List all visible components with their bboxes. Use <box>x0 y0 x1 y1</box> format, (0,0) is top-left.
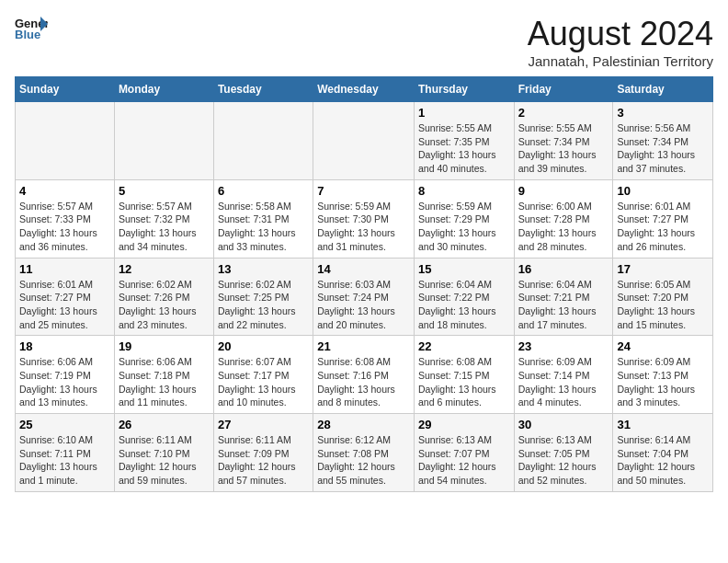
day-number: 21 <box>317 339 410 353</box>
days-header-row: SundayMondayTuesdayWednesdayThursdayFrid… <box>16 77 713 102</box>
day-cell: 7Sunrise: 5:59 AM Sunset: 7:30 PM Daylig… <box>313 179 415 258</box>
day-cell: 9Sunrise: 6:00 AM Sunset: 7:28 PM Daylig… <box>514 179 613 258</box>
day-cell: 22Sunrise: 6:08 AM Sunset: 7:15 PM Dayli… <box>414 336 514 414</box>
day-cell <box>213 102 313 180</box>
day-cell: 3Sunrise: 5:56 AM Sunset: 7:34 PM Daylig… <box>613 102 713 180</box>
subtitle: Jannatah, Palestinian Territory <box>528 53 713 69</box>
week-row-1: 4Sunrise: 5:57 AM Sunset: 7:33 PM Daylig… <box>16 179 713 258</box>
day-cell: 30Sunrise: 6:13 AM Sunset: 7:05 PM Dayli… <box>514 414 613 492</box>
day-number: 20 <box>218 339 309 353</box>
main-title: August 2024 <box>528 15 713 53</box>
day-cell: 27Sunrise: 6:11 AM Sunset: 7:09 PM Dayli… <box>213 414 313 492</box>
day-info: Sunrise: 6:10 AM Sunset: 7:11 PM Dayligh… <box>19 433 110 488</box>
day-number: 15 <box>418 262 510 276</box>
day-cell: 21Sunrise: 6:08 AM Sunset: 7:16 PM Dayli… <box>313 336 415 414</box>
day-info: Sunrise: 6:14 AM Sunset: 7:04 PM Dayligh… <box>617 433 709 488</box>
day-number: 25 <box>19 418 110 431</box>
day-info: Sunrise: 6:06 AM Sunset: 7:18 PM Dayligh… <box>119 355 210 409</box>
day-number: 19 <box>119 339 210 353</box>
day-info: Sunrise: 6:02 AM Sunset: 7:25 PM Dayligh… <box>218 278 309 332</box>
day-number: 7 <box>317 184 410 198</box>
day-info: Sunrise: 6:13 AM Sunset: 7:05 PM Dayligh… <box>518 433 609 488</box>
day-info: Sunrise: 6:01 AM Sunset: 7:27 PM Dayligh… <box>19 278 110 332</box>
day-info: Sunrise: 6:13 AM Sunset: 7:07 PM Dayligh… <box>418 433 510 488</box>
day-header-wednesday: Wednesday <box>313 77 415 102</box>
day-info: Sunrise: 6:08 AM Sunset: 7:15 PM Dayligh… <box>418 355 510 409</box>
day-info: Sunrise: 5:56 AM Sunset: 7:34 PM Dayligh… <box>617 121 709 176</box>
day-cell: 6Sunrise: 5:58 AM Sunset: 7:31 PM Daylig… <box>213 179 313 258</box>
day-number: 13 <box>218 262 309 276</box>
day-info: Sunrise: 5:59 AM Sunset: 7:29 PM Dayligh… <box>418 200 510 254</box>
day-info: Sunrise: 6:02 AM Sunset: 7:26 PM Dayligh… <box>119 278 210 332</box>
day-number: 11 <box>19 262 110 276</box>
day-info: Sunrise: 6:09 AM Sunset: 7:14 PM Dayligh… <box>518 355 609 409</box>
day-info: Sunrise: 5:57 AM Sunset: 7:32 PM Dayligh… <box>119 200 210 254</box>
day-info: Sunrise: 6:06 AM Sunset: 7:19 PM Dayligh… <box>19 355 110 409</box>
day-header-monday: Monday <box>114 77 213 102</box>
day-number: 27 <box>218 418 309 431</box>
day-number: 12 <box>119 262 210 276</box>
day-cell: 17Sunrise: 6:05 AM Sunset: 7:20 PM Dayli… <box>613 258 713 336</box>
day-header-friday: Friday <box>514 77 613 102</box>
week-row-0: 1Sunrise: 5:55 AM Sunset: 7:35 PM Daylig… <box>16 102 713 180</box>
day-cell: 11Sunrise: 6:01 AM Sunset: 7:27 PM Dayli… <box>16 258 115 336</box>
svg-text:Blue: Blue <box>15 28 40 41</box>
day-info: Sunrise: 5:55 AM Sunset: 7:35 PM Dayligh… <box>418 121 510 176</box>
day-info: Sunrise: 6:11 AM Sunset: 7:10 PM Dayligh… <box>119 433 210 488</box>
week-row-2: 11Sunrise: 6:01 AM Sunset: 7:27 PM Dayli… <box>16 258 713 336</box>
calendar-table: SundayMondayTuesdayWednesdayThursdayFrid… <box>15 76 713 492</box>
day-number: 8 <box>418 184 510 198</box>
day-info: Sunrise: 6:12 AM Sunset: 7:08 PM Dayligh… <box>317 433 410 488</box>
logo: General Blue <box>15 15 51 42</box>
day-number: 2 <box>518 106 609 120</box>
calendar-body: 1Sunrise: 5:55 AM Sunset: 7:35 PM Daylig… <box>16 102 713 492</box>
day-number: 22 <box>418 339 510 353</box>
day-info: Sunrise: 6:03 AM Sunset: 7:24 PM Dayligh… <box>317 278 410 332</box>
day-info: Sunrise: 6:00 AM Sunset: 7:28 PM Dayligh… <box>518 200 609 254</box>
day-info: Sunrise: 5:58 AM Sunset: 7:31 PM Dayligh… <box>218 200 309 254</box>
day-cell: 4Sunrise: 5:57 AM Sunset: 7:33 PM Daylig… <box>16 179 115 258</box>
day-number: 31 <box>617 418 709 431</box>
day-info: Sunrise: 6:05 AM Sunset: 7:20 PM Dayligh… <box>617 278 709 332</box>
week-row-3: 18Sunrise: 6:06 AM Sunset: 7:19 PM Dayli… <box>16 336 713 414</box>
day-number: 18 <box>19 339 110 353</box>
day-cell <box>313 102 415 180</box>
day-cell: 31Sunrise: 6:14 AM Sunset: 7:04 PM Dayli… <box>613 414 713 492</box>
day-cell: 12Sunrise: 6:02 AM Sunset: 7:26 PM Dayli… <box>114 258 213 336</box>
day-cell: 8Sunrise: 5:59 AM Sunset: 7:29 PM Daylig… <box>414 179 514 258</box>
day-cell: 13Sunrise: 6:02 AM Sunset: 7:25 PM Dayli… <box>213 258 313 336</box>
day-cell: 15Sunrise: 6:04 AM Sunset: 7:22 PM Dayli… <box>414 258 514 336</box>
day-number: 10 <box>617 184 709 198</box>
week-row-4: 25Sunrise: 6:10 AM Sunset: 7:11 PM Dayli… <box>16 414 713 492</box>
day-info: Sunrise: 6:01 AM Sunset: 7:27 PM Dayligh… <box>617 200 709 254</box>
day-cell <box>114 102 213 180</box>
day-number: 17 <box>617 262 709 276</box>
day-number: 9 <box>518 184 609 198</box>
logo-icon: General Blue <box>15 15 48 42</box>
day-info: Sunrise: 6:07 AM Sunset: 7:17 PM Dayligh… <box>218 355 309 409</box>
day-cell: 29Sunrise: 6:13 AM Sunset: 7:07 PM Dayli… <box>414 414 514 492</box>
day-cell: 23Sunrise: 6:09 AM Sunset: 7:14 PM Dayli… <box>514 336 613 414</box>
title-block: August 2024 Jannatah, Palestinian Territ… <box>528 15 713 69</box>
day-number: 28 <box>317 418 410 431</box>
day-info: Sunrise: 5:59 AM Sunset: 7:30 PM Dayligh… <box>317 200 410 254</box>
day-cell <box>16 102 115 180</box>
day-header-tuesday: Tuesday <box>213 77 313 102</box>
day-number: 14 <box>317 262 410 276</box>
day-header-saturday: Saturday <box>613 77 713 102</box>
day-info: Sunrise: 5:55 AM Sunset: 7:34 PM Dayligh… <box>518 121 609 176</box>
day-number: 3 <box>617 106 709 120</box>
day-number: 23 <box>518 339 609 353</box>
day-cell: 18Sunrise: 6:06 AM Sunset: 7:19 PM Dayli… <box>16 336 115 414</box>
day-number: 16 <box>518 262 609 276</box>
day-cell: 10Sunrise: 6:01 AM Sunset: 7:27 PM Dayli… <box>613 179 713 258</box>
day-number: 1 <box>418 106 510 120</box>
day-cell: 5Sunrise: 5:57 AM Sunset: 7:32 PM Daylig… <box>114 179 213 258</box>
day-cell: 26Sunrise: 6:11 AM Sunset: 7:10 PM Dayli… <box>114 414 213 492</box>
day-number: 4 <box>19 184 110 198</box>
day-number: 24 <box>617 339 709 353</box>
day-header-thursday: Thursday <box>414 77 514 102</box>
day-info: Sunrise: 5:57 AM Sunset: 7:33 PM Dayligh… <box>19 200 110 254</box>
day-cell: 19Sunrise: 6:06 AM Sunset: 7:18 PM Dayli… <box>114 336 213 414</box>
day-info: Sunrise: 6:04 AM Sunset: 7:21 PM Dayligh… <box>518 278 609 332</box>
